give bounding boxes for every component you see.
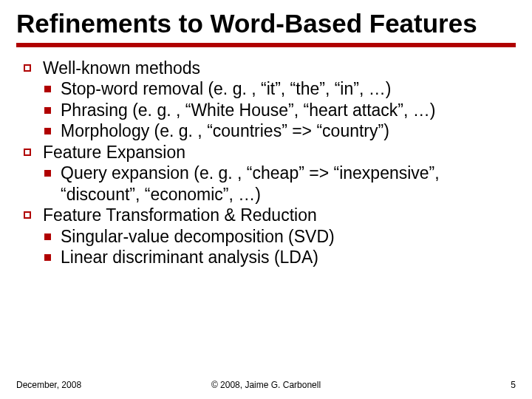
bullet-text: Linear discriminant analysis (LDA) xyxy=(61,248,318,267)
bullet-text: Singular-value decomposition (SVD) xyxy=(61,227,335,246)
bullet-lvl2: Stop-word removal (e. g. , “it”, “the”, … xyxy=(22,78,516,100)
title-block: Refinements to Word-Based Features xyxy=(0,0,532,40)
bullet-lvl1: Feature Transformation & Reduction xyxy=(22,205,516,226)
bullet-text: Phrasing (e. g. , “White House”, “heart … xyxy=(61,100,435,120)
bullet-lvl2: Phrasing (e. g. , “White House”, “heart … xyxy=(22,100,516,121)
slide: Refinements to Word-Based Features Well-… xyxy=(0,0,532,399)
bullet-text: Morphology (e. g. , “countries” => “coun… xyxy=(61,121,389,140)
bullet-text: Feature Transformation & Reduction xyxy=(43,205,317,225)
bullet-lvl1: Well-known methods xyxy=(22,58,516,79)
footer-date: December, 2008 xyxy=(16,380,81,390)
bullet-lvl1: Feature Expansion xyxy=(22,142,516,163)
bullet-lvl2: Linear discriminant analysis (LDA) xyxy=(22,247,516,268)
bullet-text: Feature Expansion xyxy=(43,143,185,162)
slide-number: 5 xyxy=(511,380,516,390)
slide-title: Refinements to Word-Based Features xyxy=(16,7,516,40)
bullet-lvl2: Morphology (e. g. , “countries” => “coun… xyxy=(22,120,516,142)
bullet-lvl2: Query expansion (e. g. , “cheap” => “ine… xyxy=(22,163,516,205)
bullet-text: Query expansion (e. g. , “cheap” => “ine… xyxy=(61,163,440,204)
bullet-text: Well-known methods xyxy=(43,58,200,78)
content-area: Well-known methods Stop-word removal (e.… xyxy=(0,47,532,268)
bullet-lvl2: Singular-value decomposition (SVD) xyxy=(22,226,516,248)
bullet-text: Stop-word removal (e. g. , “it”, “the”, … xyxy=(61,79,391,98)
footer: December, 2008 © 2008, Jaime G. Carbonel… xyxy=(0,380,532,390)
